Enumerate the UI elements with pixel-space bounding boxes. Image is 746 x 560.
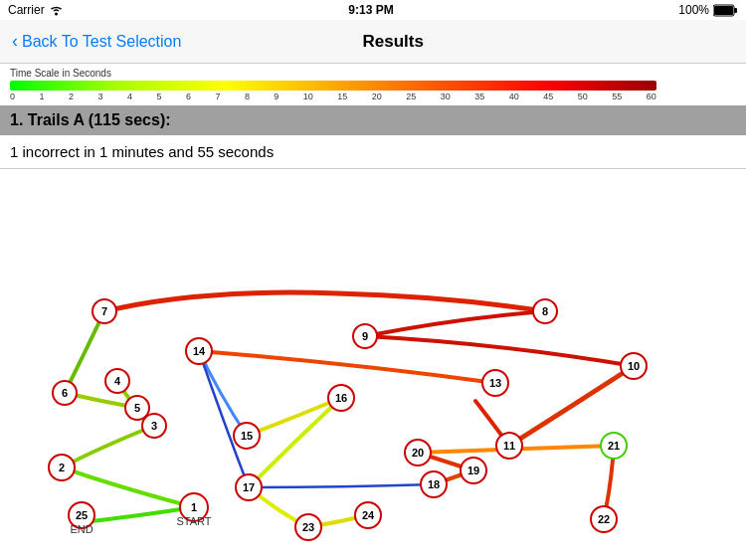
status-carrier: Carrier	[8, 3, 64, 17]
carrier-text: Carrier	[8, 3, 45, 17]
svg-text:6: 6	[62, 387, 68, 399]
svg-text:START: START	[176, 515, 211, 527]
svg-text:15: 15	[241, 430, 253, 442]
time-scale-label: Time Scale in Seconds	[10, 68, 736, 79]
time-ticks: 01234567891015202530354045505560	[10, 92, 656, 101]
trail-area: 1 START 2 3 4 5 6 7 8 9 10 11 1	[0, 169, 746, 547]
svg-text:18: 18	[428, 478, 440, 490]
svg-text:17: 17	[243, 481, 255, 493]
gradient-bar	[10, 81, 656, 91]
svg-text:25: 25	[76, 509, 88, 521]
svg-text:16: 16	[335, 392, 347, 404]
nav-bar: ‹ Back To Test Selection Results	[0, 20, 746, 64]
svg-text:22: 22	[598, 513, 610, 525]
svg-text:14: 14	[193, 345, 206, 357]
time-scale-bar: Time Scale in Seconds 012345678910152025…	[0, 64, 746, 105]
svg-text:7: 7	[101, 305, 107, 317]
battery-text: 100%	[678, 3, 709, 17]
svg-text:11: 11	[503, 440, 515, 452]
back-button[interactable]: ‹ Back To Test Selection	[12, 31, 181, 52]
svg-text:2: 2	[59, 462, 65, 473]
result-text: 1 incorrect in 1 minutes and 55 seconds	[0, 135, 746, 169]
svg-text:13: 13	[489, 377, 501, 389]
svg-text:10: 10	[628, 360, 640, 372]
wifi-icon	[49, 4, 64, 16]
back-chevron-icon: ‹	[12, 31, 18, 52]
svg-text:9: 9	[362, 330, 368, 342]
svg-text:19: 19	[467, 465, 479, 476]
svg-text:20: 20	[412, 447, 424, 459]
trail-svg: 1 START 2 3 4 5 6 7 8 9 10 11 1	[0, 169, 746, 547]
battery-icon	[713, 4, 738, 17]
svg-text:END: END	[70, 523, 93, 535]
svg-text:21: 21	[608, 440, 620, 452]
page-title: Results	[362, 32, 423, 52]
back-label: Back To Test Selection	[22, 33, 181, 51]
svg-text:4: 4	[114, 375, 121, 387]
svg-rect-2	[734, 8, 737, 13]
svg-point-0	[55, 13, 58, 16]
status-battery-area: 100%	[678, 3, 738, 17]
section-header: 1. Trails A (115 secs):	[0, 105, 746, 135]
status-time: 9:13 PM	[348, 3, 393, 17]
svg-text:8: 8	[542, 305, 548, 317]
svg-rect-3	[714, 6, 733, 15]
svg-text:23: 23	[302, 521, 314, 533]
svg-text:24: 24	[362, 509, 375, 521]
svg-text:1: 1	[191, 501, 197, 513]
status-bar: Carrier 9:13 PM 100%	[0, 0, 746, 20]
svg-text:5: 5	[134, 402, 140, 414]
svg-text:3: 3	[151, 420, 157, 432]
